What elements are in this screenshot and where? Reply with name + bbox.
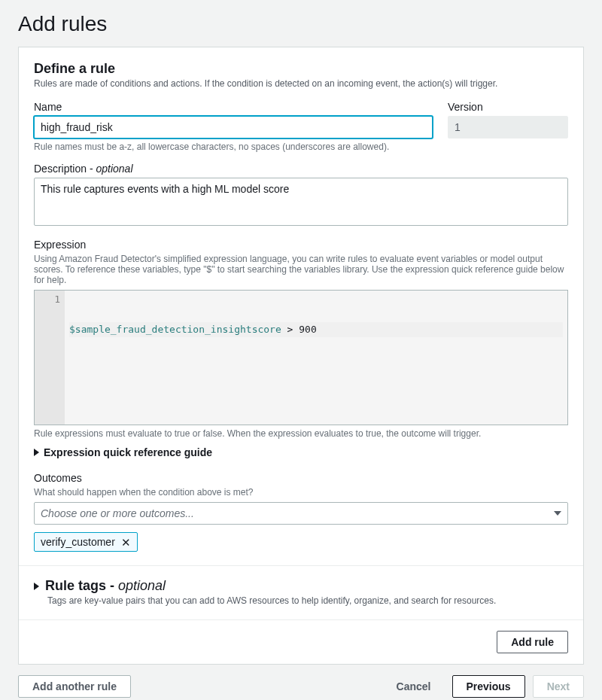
expression-label: Expression [34, 239, 568, 251]
chevron-down-icon [554, 511, 561, 516]
rule-tags-toggle[interactable]: Rule tags - optional [34, 578, 568, 594]
define-rule-sub: Rules are made of conditions and actions… [34, 78, 568, 89]
chevron-right-icon [34, 583, 39, 590]
version-input [448, 116, 568, 138]
define-rule-panel: Define a rule Rules are made of conditio… [18, 47, 584, 665]
cancel-button[interactable]: Cancel [383, 676, 445, 697]
description-label-main: Description - [34, 163, 96, 175]
expression-editor[interactable]: 1 $sample_fraud_detection_insightscore >… [34, 290, 568, 425]
name-input[interactable] [34, 116, 433, 138]
description-label-optional: optional [96, 163, 132, 175]
outcomes-label: Outcomes [34, 472, 568, 484]
description-input[interactable] [34, 178, 568, 226]
version-label: Version [448, 101, 568, 113]
rule-tags-title-optional: optional [118, 578, 166, 593]
name-hint: Rule names must be a-z, all lowercase ch… [34, 142, 433, 152]
rule-tags-title-main: Rule tags - [45, 578, 118, 593]
expression-guide-label: Expression quick reference guide [44, 446, 212, 458]
expression-line-number: 1 [35, 292, 60, 307]
outcomes-select[interactable]: Choose one or more outcomes... [34, 502, 568, 525]
wizard-footer: Add another rule Cancel Previous Next [18, 675, 584, 698]
next-button[interactable]: Next [533, 675, 584, 698]
add-another-rule-button[interactable]: Add another rule [18, 675, 131, 698]
rule-tags-title: Rule tags - optional [45, 578, 166, 594]
chevron-right-icon [34, 449, 39, 456]
close-icon[interactable]: ✕ [121, 537, 131, 548]
expression-help: Using Amazon Fraud Detector's simplified… [34, 254, 568, 285]
expression-operator-token: > [287, 324, 293, 335]
expression-number-token: 900 [299, 324, 316, 335]
add-rule-button[interactable]: Add rule [497, 631, 568, 653]
expression-variable-token: $sample_fraud_detection_insightscore [69, 324, 281, 335]
outcomes-sub: What should happen when the condition ab… [34, 487, 568, 498]
define-rule-heading: Define a rule [34, 61, 568, 77]
rule-tags-sub: Tags are key-value pairs that you can ad… [47, 595, 568, 606]
previous-button[interactable]: Previous [452, 675, 525, 698]
expression-code-area[interactable]: $sample_fraud_detection_insightscore > 9… [65, 291, 567, 425]
outcomes-placeholder: Choose one or more outcomes... [41, 507, 194, 519]
expression-gutter: 1 [35, 291, 65, 425]
description-label: Description - optional [34, 163, 568, 175]
outcome-chip-label: verify_customer [41, 536, 115, 548]
expression-guide-toggle[interactable]: Expression quick reference guide [34, 446, 568, 458]
outcome-chip: verify_customer ✕ [34, 532, 138, 552]
expression-hint: Rule expressions must evaluate to true o… [34, 428, 568, 439]
page-title: Add rules [18, 12, 584, 36]
name-label: Name [34, 101, 433, 113]
